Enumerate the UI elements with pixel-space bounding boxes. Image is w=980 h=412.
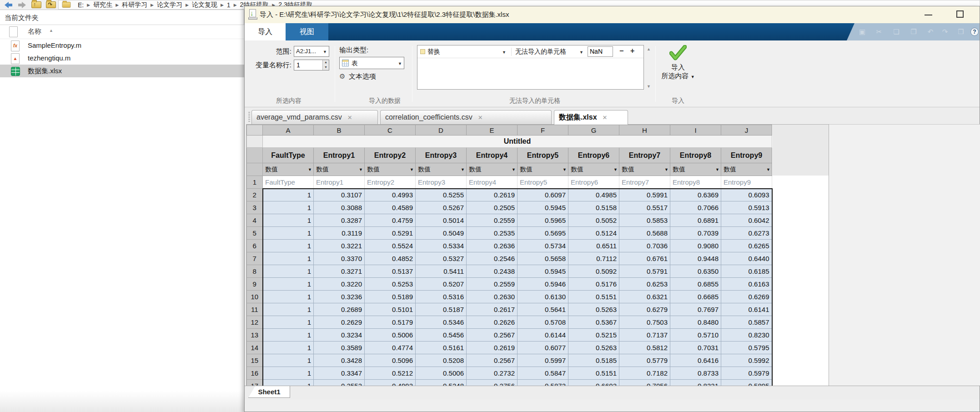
column-header[interactable]: G: [568, 125, 619, 136]
undo-icon[interactable]: ↶: [925, 23, 936, 40]
minimize-button[interactable]: [919, 6, 939, 22]
breadcrumb-segment[interactable]: 论文学习: [155, 1, 184, 9]
cell[interactable]: 0.7182: [619, 367, 670, 380]
cell[interactable]: 0.6163: [721, 278, 772, 291]
row-header[interactable]: 12: [247, 316, 263, 329]
close-icon[interactable]: ✕: [347, 114, 352, 121]
cell[interactable]: 0.5524: [365, 240, 416, 252]
data-type-dropdown[interactable]: 数值▼: [721, 163, 772, 176]
cell[interactable]: 1: [263, 214, 314, 227]
output-type-combobox[interactable]: 表 ▼: [339, 57, 404, 69]
cell[interactable]: 0.5327: [416, 252, 467, 265]
cell[interactable]: Entropy6: [568, 176, 619, 189]
cell[interactable]: 0.5334: [416, 240, 467, 252]
data-type-dropdown[interactable]: 数值▼: [467, 163, 518, 176]
cell[interactable]: 1: [263, 316, 314, 329]
maximize-button[interactable]: [950, 6, 970, 22]
cell[interactable]: 0.6097: [518, 189, 568, 201]
cell[interactable]: 0.6416: [670, 354, 721, 367]
cell[interactable]: 0.5945: [518, 201, 568, 214]
cell[interactable]: 0.6077: [518, 342, 568, 354]
cell[interactable]: 0.5092: [568, 265, 619, 278]
column-header[interactable]: D: [416, 125, 467, 136]
row-header[interactable]: 9: [247, 278, 263, 291]
column-header[interactable]: I: [670, 125, 721, 136]
data-type-dropdown[interactable]: 数值▼: [518, 163, 568, 176]
cell[interactable]: Entropy1: [314, 176, 365, 189]
cell[interactable]: 0.6273: [721, 227, 772, 240]
cell[interactable]: 1: [263, 201, 314, 214]
close-icon[interactable]: ✕: [603, 114, 608, 121]
cell[interactable]: 0.7112: [568, 252, 619, 265]
cell[interactable]: 0.5014: [416, 214, 467, 227]
row-header[interactable]: 13: [247, 329, 263, 342]
cell[interactable]: 1: [263, 227, 314, 240]
cell[interactable]: 0.2636: [467, 240, 518, 252]
cell[interactable]: 0.6130: [518, 291, 568, 303]
cell[interactable]: 0.5992: [721, 354, 772, 367]
variable-name-cell[interactable]: Entropy2: [365, 148, 416, 163]
variable-name-cell[interactable]: Entropy6: [568, 148, 619, 163]
column-header[interactable]: F: [518, 125, 568, 136]
cut-icon[interactable]: ✂: [874, 23, 885, 40]
row-header[interactable]: 15: [247, 354, 263, 367]
cell[interactable]: 0.5913: [721, 201, 772, 214]
help-icon[interactable]: ?: [970, 28, 979, 36]
cell[interactable]: 0.5189: [365, 291, 416, 303]
file-list-item[interactable]: 数据集.xlsx: [0, 65, 244, 77]
cell[interactable]: 0.4589: [365, 201, 416, 214]
back-icon[interactable]: [2, 1, 15, 9]
cell[interactable]: 0.3221: [314, 240, 365, 252]
cell[interactable]: 0.6350: [670, 265, 721, 278]
cell[interactable]: 0.3107: [314, 189, 365, 201]
cell[interactable]: 0.5137: [365, 265, 416, 278]
copy-icon[interactable]: ❏: [891, 23, 902, 40]
cell[interactable]: 0.3287: [314, 214, 365, 227]
data-type-dropdown[interactable]: 数值▼: [670, 163, 721, 176]
cell[interactable]: 1: [263, 278, 314, 291]
column-header[interactable]: A: [263, 125, 314, 136]
cell[interactable]: 0.5857: [721, 316, 772, 329]
row-header[interactable]: 8: [247, 265, 263, 278]
cell[interactable]: 0.5049: [416, 227, 467, 240]
cell[interactable]: 0.8480: [670, 316, 721, 329]
cell[interactable]: 0.5791: [619, 265, 670, 278]
cell[interactable]: 0.5945: [518, 265, 568, 278]
file-list-item[interactable]: ▲tezhengtiqu.m: [0, 52, 244, 65]
cell[interactable]: 0.6761: [619, 252, 670, 265]
cell[interactable]: 0.4774: [365, 342, 416, 354]
tab-view[interactable]: 视图: [286, 23, 328, 40]
cell[interactable]: FaultType: [263, 176, 314, 189]
cell[interactable]: 0.5965: [518, 214, 568, 227]
replace-dropdown[interactable]: 替换: [427, 48, 440, 56]
cell[interactable]: 0.3553: [314, 380, 365, 386]
tab-drag-handle[interactable]: [248, 112, 250, 122]
column-header[interactable]: H: [619, 125, 670, 136]
cell[interactable]: 0.5101: [365, 303, 416, 316]
cell[interactable]: 0.6321: [619, 291, 670, 303]
cell[interactable]: 0.6042: [721, 214, 772, 227]
sheet-tab-sheet1[interactable]: Sheet1: [248, 386, 290, 398]
cell[interactable]: 0.7039: [670, 227, 721, 240]
cell[interactable]: 0.5006: [416, 367, 467, 380]
row-header[interactable]: 2: [247, 189, 263, 201]
cell[interactable]: 0.5734: [518, 240, 568, 252]
breadcrumb-segment[interactable]: 研究生: [91, 1, 114, 9]
cell[interactable]: 0.2756: [467, 380, 518, 386]
cell[interactable]: 0.6603: [568, 380, 619, 386]
cell[interactable]: Entropy8: [670, 176, 721, 189]
cell[interactable]: 0.5124: [568, 227, 619, 240]
cell[interactable]: 0.5895: [721, 380, 772, 386]
cell[interactable]: 0.4985: [568, 189, 619, 201]
cell[interactable]: 0.8331: [670, 380, 721, 386]
cell[interactable]: 0.5006: [365, 329, 416, 342]
cell[interactable]: 0.5215: [568, 329, 619, 342]
variable-name-cell[interactable]: FaultType: [263, 148, 314, 163]
import-selection-button[interactable]: 导入 所选内容 ▼: [660, 44, 696, 91]
redo-icon[interactable]: ↷: [940, 23, 950, 40]
cell[interactable]: 0.4993: [365, 380, 416, 386]
variable-name-cell[interactable]: Entropy8: [670, 148, 721, 163]
cell[interactable]: 0.9448: [670, 252, 721, 265]
cell[interactable]: 0.5253: [365, 278, 416, 291]
cell[interactable]: 0.5179: [365, 316, 416, 329]
